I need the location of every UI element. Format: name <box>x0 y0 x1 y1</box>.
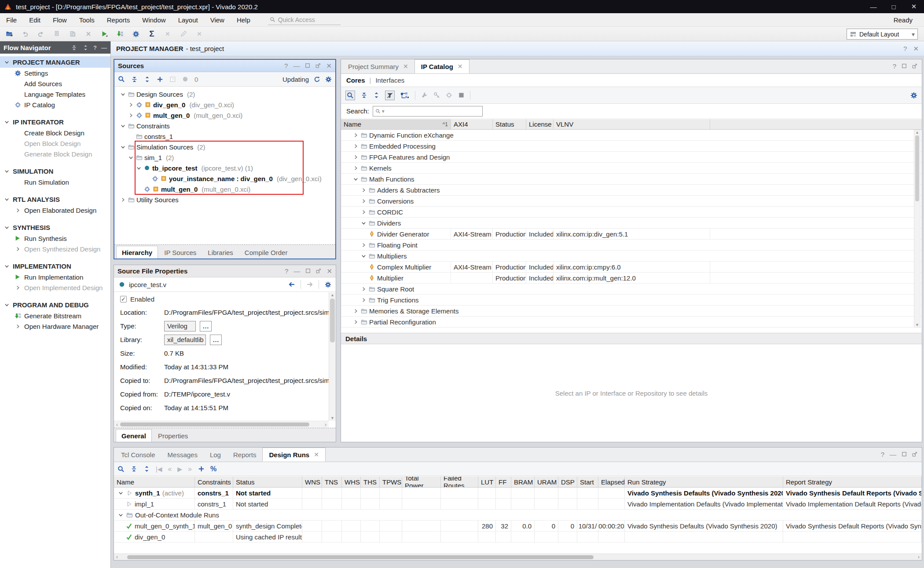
column-header-tns[interactable]: TNS <box>322 477 342 487</box>
column-header-license[interactable]: License <box>526 119 554 129</box>
step-to-beginning-icon[interactable]: |◀ <box>156 466 162 472</box>
file-copy-button[interactable] <box>52 29 62 39</box>
sidebar-item-generate-bitstream[interactable]: 0110Generate Bitstream <box>0 310 110 321</box>
sidebar-item-ip-catalog[interactable]: IP Catalog <box>0 99 110 110</box>
search-icon[interactable] <box>118 76 125 83</box>
tab-hierarchy[interactable]: Hierarchy <box>116 246 158 259</box>
sidebar-item-run-simulation[interactable]: Run Simulation <box>0 177 110 187</box>
column-header-wns[interactable]: WNS <box>302 477 322 487</box>
design-run-row[interactable]: synth_1(active)constrs_1Not startedVivad… <box>114 488 922 499</box>
collapse-all-icon[interactable] <box>130 466 137 473</box>
chevron-down-icon[interactable] <box>120 144 126 150</box>
column-header-bram[interactable]: BRAM <box>511 477 535 487</box>
window-minimize-icon[interactable]: — <box>863 0 884 13</box>
tree-item[interactable]: Constraints <box>114 120 335 131</box>
search-toggle[interactable] <box>345 91 355 100</box>
paste-button[interactable] <box>68 29 77 39</box>
close-icon[interactable]: ✕ <box>913 45 919 53</box>
scroll-left-icon[interactable]: ‹ <box>114 422 120 428</box>
help-icon[interactable]: ? <box>93 44 97 51</box>
chevron-right-icon[interactable] <box>360 286 367 292</box>
rewind-icon[interactable]: « <box>168 466 172 473</box>
column-header-report-strategy[interactable]: Report Strategy <box>783 477 922 487</box>
expand-all-icon[interactable] <box>143 466 150 473</box>
help-icon[interactable]: ? <box>881 451 884 458</box>
ip-table-row[interactable]: FPGA Features and Design <box>341 152 922 163</box>
sidebar-item-language-templates[interactable]: Language Templates <box>0 89 110 99</box>
column-header-start[interactable]: Start <box>577 477 598 487</box>
sidebar-item-create-block-design[interactable]: Create Block Design <box>0 127 110 138</box>
ip-table-row[interactable]: Divider GeneratorAXI4-StreamProductionIn… <box>341 229 922 240</box>
float-icon[interactable] <box>315 62 321 69</box>
settings-gear-icon[interactable] <box>910 92 917 99</box>
chevron-down-icon[interactable] <box>360 220 367 226</box>
chevron-right-icon[interactable] <box>360 297 367 303</box>
chevron-right-icon[interactable] <box>360 198 367 204</box>
ip-table-scrollbar[interactable]: ▲ ▼ <box>914 130 920 328</box>
menu-flow[interactable]: Flow <box>47 16 73 24</box>
ip-table-row[interactable]: Dynamic Function eXchange <box>341 130 922 141</box>
ip-table-row[interactable]: Conversions <box>341 196 922 207</box>
tab-project-summary[interactable]: Project Summary✕ <box>342 59 414 73</box>
tab-general[interactable]: General <box>116 429 152 442</box>
menu-file[interactable]: File <box>0 16 23 24</box>
sidebar-item-run-implementation[interactable]: Run Implementation <box>0 272 110 282</box>
window-close-icon[interactable]: ✕ <box>904 0 924 13</box>
close-icon[interactable]: ✕ <box>326 62 332 70</box>
column-header-ths[interactable]: THS <box>361 477 380 487</box>
tree-item[interactable]: mult_gen_0(mult_gen_0.xci) <box>114 110 335 120</box>
expand-all-icon[interactable] <box>373 92 380 99</box>
ip-table-row[interactable]: Complex MultiplierAXI4-StreamProductionI… <box>341 262 922 273</box>
chevron-right-icon[interactable] <box>352 319 359 325</box>
layout-selector[interactable]: Default Layout ▾ <box>847 29 918 40</box>
open-project-button[interactable] <box>4 29 14 39</box>
enabled-checkbox[interactable]: ✓ <box>120 296 127 302</box>
ip-table-row[interactable]: Square Root <box>341 284 922 295</box>
chevron-right-icon[interactable] <box>120 197 126 203</box>
property-value-box[interactable]: xil_defaultlib <box>164 335 206 345</box>
column-header-name[interactable]: Name <box>114 477 195 487</box>
column-header-status[interactable]: Status <box>233 477 302 487</box>
tab-reports[interactable]: Reports <box>227 448 263 462</box>
float-icon[interactable] <box>912 451 917 458</box>
menu-edit[interactable]: Edit <box>23 16 47 24</box>
ip-table-row[interactable]: Floating Point <box>341 240 922 251</box>
ellipsis-button[interactable]: … <box>200 321 212 331</box>
property-value-box[interactable]: Verilog <box>164 321 196 331</box>
sidebar-section-implementation[interactable]: IMPLEMENTATION <box>0 260 110 272</box>
close-tab-icon[interactable]: ✕ <box>403 63 408 70</box>
column-header-elapsed[interactable]: Elapsed <box>598 477 625 487</box>
settings-gear-icon[interactable] <box>325 76 332 83</box>
design-run-row[interactable]: impl_1constrs_1Not startedVivado Impleme… <box>114 499 922 510</box>
column-header-run-strategy[interactable]: Run Strategy <box>625 477 783 487</box>
ip-table-row[interactable]: Memories & Storage Elements <box>341 306 922 317</box>
tab-interfaces[interactable]: Interfaces <box>375 76 404 84</box>
undo-button[interactable] <box>20 29 30 39</box>
stop-square-icon[interactable] <box>458 92 465 99</box>
license-key-icon[interactable] <box>433 92 440 99</box>
tab-ip-catalog[interactable]: IP Catalog✕ <box>414 59 469 73</box>
chevron-right-icon[interactable] <box>360 187 367 193</box>
chevron-down-icon[interactable] <box>120 91 126 97</box>
ip-table-row[interactable]: Embedded Processing <box>341 141 922 152</box>
chevron-right-icon[interactable] <box>352 143 359 149</box>
tab-design-runs[interactable]: Design Runs✕ <box>262 448 325 462</box>
back-arrow-icon[interactable] <box>288 281 295 288</box>
collapse-all-icon[interactable] <box>70 44 77 51</box>
minimize-icon[interactable]: — <box>890 451 896 458</box>
tree-item[interactable]: constrs_1 <box>114 131 335 142</box>
chevron-down-icon[interactable] <box>128 154 134 160</box>
ip-table-row[interactable]: Kernels <box>341 163 922 174</box>
redo-button[interactable] <box>36 29 46 39</box>
ip-table-row[interactable]: Adders & Subtracters <box>341 185 922 196</box>
chevron-right-icon[interactable] <box>352 308 359 314</box>
maximize-icon[interactable] <box>305 267 311 275</box>
runs-horizontal-scrollbar[interactable]: ‹ › <box>114 553 922 560</box>
sidebar-section-simulation[interactable]: SIMULATION <box>0 165 110 177</box>
chevron-right-icon[interactable] <box>128 102 134 108</box>
column-header-status[interactable]: Status <box>493 119 526 129</box>
tab-messages[interactable]: Messages <box>161 448 204 462</box>
percent-utilization-icon[interactable]: % <box>210 466 216 473</box>
report-sigma-button[interactable]: Σ <box>147 29 157 39</box>
maximize-icon[interactable] <box>902 62 907 70</box>
